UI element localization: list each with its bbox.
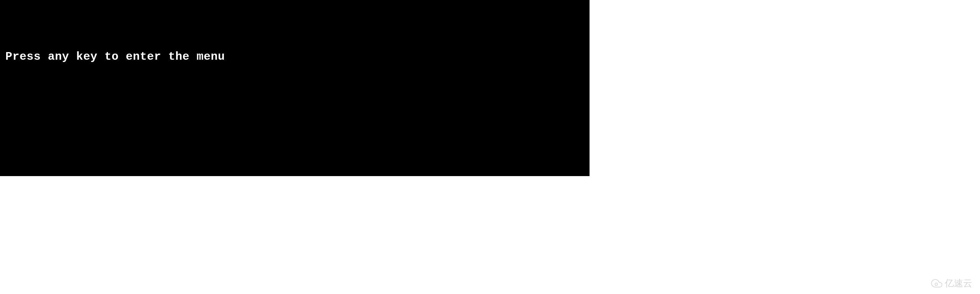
boot-text: Booting CentOS 6 (2.6.32-754.el6.x86_64)… <box>5 181 402 194</box>
blank-line <box>5 111 584 133</box>
svg-point-0 <box>935 283 938 285</box>
menu-prompt-line: Press any key to enter the menu <box>5 46 584 68</box>
grub-boot-terminal[interactable]: Press any key to enter the menu Booting … <box>0 0 590 176</box>
watermark: 亿速云 <box>931 277 972 289</box>
cursor-block-icon <box>402 181 409 193</box>
boot-countdown-line: Booting CentOS 6 (2.6.32-754.el6.x86_64)… <box>5 177 584 199</box>
cloud-icon <box>931 278 942 289</box>
watermark-text: 亿速云 <box>945 277 972 289</box>
